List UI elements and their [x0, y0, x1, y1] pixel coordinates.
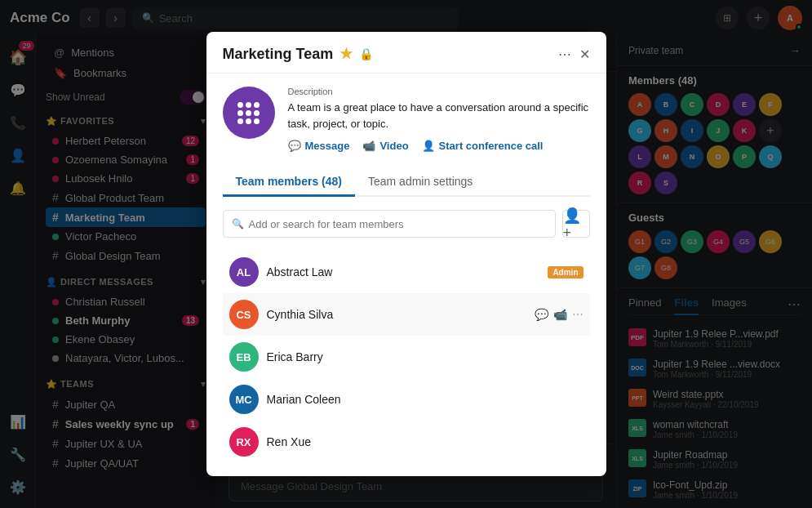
member-row-abstract-law[interactable]: AL Abstract Law Admin: [223, 251, 590, 293]
member-avatar-ren: RX: [229, 427, 259, 457]
modal-lock-icon: 🔒: [359, 47, 373, 60]
member-avatar-marian: MC: [229, 385, 259, 414]
member-search-input[interactable]: [249, 218, 547, 230]
message-action-icon: 💬: [288, 140, 301, 152]
modal-header: Marketing Team ★ 🔒 ⋯ ✕: [206, 32, 606, 74]
member-name-erica: Erica Barry: [267, 350, 583, 363]
modal-overlay[interactable]: Marketing Team ★ 🔒 ⋯ ✕: [0, 0, 812, 508]
search-input-icon: 🔍: [232, 218, 244, 229]
member-avatar-cynthia: CS: [229, 300, 259, 329]
member-list: AL Abstract Law Admin CS Cynthia Silva 💬…: [223, 251, 590, 463]
member-search-area: 🔍 👤+: [223, 210, 590, 238]
message-member-icon[interactable]: 💬: [535, 308, 548, 321]
video-action-icon: 📹: [362, 140, 375, 152]
member-row-ren[interactable]: RX Ren Xue: [223, 421, 590, 463]
member-name-abstract: Abstract Law: [267, 265, 540, 279]
modal: Marketing Team ★ 🔒 ⋯ ✕: [206, 32, 606, 476]
call-action-icon: 👤: [422, 140, 435, 152]
member-name-marian: Marian Coleen: [267, 393, 583, 406]
action-video-btn[interactable]: 📹 Video: [362, 140, 408, 152]
modal-close-icon[interactable]: ✕: [579, 47, 590, 62]
description-text: A team is a great place to have a conver…: [288, 100, 590, 131]
member-row-cynthia[interactable]: CS Cynthia Silva 💬 📹 ⋯: [223, 293, 590, 336]
modal-team-info: Description A team is a great place to h…: [223, 87, 590, 152]
member-name-cynthia: Cynthia Silva: [267, 308, 526, 321]
add-member-button[interactable]: 👤+: [562, 210, 590, 238]
team-actions: 💬 Message 📹 Video 👤 Start conference cal…: [288, 140, 590, 152]
member-avatar-erica: EB: [229, 342, 259, 372]
member-row-actions: 💬 📹 ⋯: [535, 308, 583, 321]
video-member-icon[interactable]: 📹: [553, 308, 567, 321]
description-label: Description: [288, 87, 590, 96]
modal-star-icon[interactable]: ★: [339, 45, 353, 63]
modal-tabs: Team members (48) Team admin settings: [223, 168, 590, 197]
modal-title-text: Marketing Team: [223, 46, 334, 63]
team-desc: Description A team is a great place to h…: [288, 87, 590, 152]
modal-body: Description A team is a great place to h…: [206, 74, 606, 476]
action-call-btn[interactable]: 👤 Start conference call: [422, 140, 544, 152]
more-member-icon[interactable]: ⋯: [572, 308, 583, 321]
modal-title: Marketing Team ★ 🔒: [223, 45, 550, 63]
member-search-box[interactable]: 🔍: [223, 210, 556, 238]
member-row-marian[interactable]: MC Marian Coleen: [223, 378, 590, 421]
admin-badge: Admin: [548, 266, 583, 279]
tab-admin-settings[interactable]: Team admin settings: [355, 168, 486, 195]
member-name-ren: Ren Xue: [267, 435, 583, 448]
action-message-btn[interactable]: 💬 Message: [288, 140, 350, 152]
team-icon: [223, 87, 275, 139]
member-row-erica[interactable]: EB Erica Barry: [223, 336, 590, 378]
member-avatar-abstract: AL: [229, 257, 259, 287]
modal-more-icon[interactable]: ⋯: [558, 47, 571, 62]
tab-team-members[interactable]: Team members (48): [223, 168, 355, 197]
